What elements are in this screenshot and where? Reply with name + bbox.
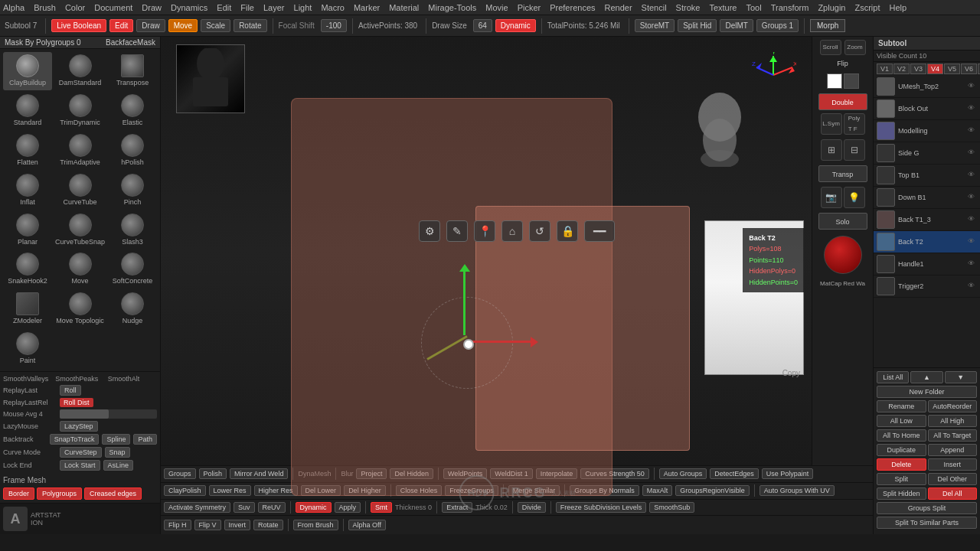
flip-h-btn[interactable]: Flip H bbox=[164, 520, 191, 530]
alpha-off-btn[interactable]: Alpha Off bbox=[348, 520, 386, 530]
new-folder-btn[interactable]: New Folder bbox=[877, 386, 977, 398]
menu-file[interactable]: File bbox=[240, 3, 254, 12]
menu-alpha[interactable]: Alpha bbox=[3, 3, 24, 12]
white-swatch[interactable] bbox=[827, 73, 842, 89]
apply-btn[interactable]: Apply bbox=[335, 502, 361, 513]
focal-shift-value[interactable]: -100 bbox=[321, 19, 347, 32]
polish-tab[interactable]: Polish bbox=[199, 468, 227, 479]
menu-stencil[interactable]: Stencil bbox=[642, 3, 667, 12]
polygroups-btn[interactable]: Polygroups bbox=[37, 487, 82, 500]
v5-btn[interactable]: V5 bbox=[944, 64, 960, 74]
draw-size-value[interactable]: 64 bbox=[473, 19, 492, 32]
lsym-btn[interactable]: L.Sym bbox=[821, 113, 842, 135]
subtool-back-t1-3[interactable]: Back T1_3 👁 bbox=[874, 209, 980, 231]
del-mt-btn[interactable]: DelMT bbox=[720, 19, 753, 32]
brush-paint[interactable]: Paint bbox=[3, 330, 52, 368]
pin-gizmo-icon[interactable]: 📍 bbox=[474, 220, 495, 242]
morph-btn[interactable]: Morph bbox=[810, 19, 845, 32]
menu-marker[interactable]: Marker bbox=[354, 3, 380, 12]
menu-preferences[interactable]: Preferences bbox=[550, 3, 595, 12]
brush-softconcrete[interactable]: SoftConcrete bbox=[108, 250, 157, 289]
snap-btn[interactable]: Snap bbox=[105, 447, 130, 458]
rotate-btn[interactable]: Rotate bbox=[234, 19, 266, 32]
split-to-parts-btn[interactable]: Split To Similar Parts bbox=[877, 517, 977, 529]
insert-btn[interactable]: Insert bbox=[928, 458, 978, 471]
subtool-down-b1[interactable]: Down B1 👁 bbox=[874, 187, 980, 209]
undo-gizmo-icon[interactable]: ↺ bbox=[529, 220, 550, 242]
brush-move[interactable]: Move bbox=[54, 250, 106, 289]
spline-btn[interactable]: Spline bbox=[102, 434, 130, 445]
menu-document[interactable]: Document bbox=[94, 3, 132, 12]
del-all-btn[interactable]: Del All bbox=[928, 487, 978, 500]
subtool-back-t2[interactable]: Back T2 👁 bbox=[874, 231, 980, 253]
menu-picker[interactable]: Picker bbox=[518, 3, 541, 12]
split-hidden-btn[interactable]: Split Hidden bbox=[877, 487, 926, 500]
asline-btn[interactable]: AsLine bbox=[103, 460, 134, 471]
eye-sideg[interactable]: 👁 bbox=[968, 148, 977, 158]
lock-start-btn[interactable]: Lock Start bbox=[60, 460, 100, 471]
backface-mask-label[interactable]: BackfaceMask bbox=[106, 38, 155, 47]
roll-dist-btn[interactable]: Roll Dist bbox=[60, 398, 93, 407]
menu-edit[interactable]: Edit bbox=[217, 3, 231, 12]
scale-btn[interactable]: Scale bbox=[201, 19, 230, 32]
mirror-weld-tab[interactable]: Mirror And Weld bbox=[230, 468, 288, 479]
matcap-sphere[interactable] bbox=[824, 236, 862, 274]
transp-btn[interactable]: Transp bbox=[818, 165, 867, 182]
menu-tool[interactable]: Tool bbox=[746, 3, 761, 12]
live-boolean-btn[interactable]: Live Boolean bbox=[51, 19, 106, 32]
all-low-btn[interactable]: All Low bbox=[877, 415, 926, 427]
brush-nudge[interactable]: Nudge bbox=[108, 290, 157, 328]
dynamic-btn[interactable]: Dynamic bbox=[495, 19, 536, 32]
lazy-step-btn[interactable]: LazyStep bbox=[60, 421, 98, 432]
brush-claybuildup[interactable]: ClayBuildup bbox=[3, 52, 52, 90]
maxalt-btn[interactable]: MaxAlt bbox=[642, 485, 673, 496]
dynamic-subdiv-btn[interactable]: Dynamic bbox=[296, 502, 332, 513]
edit-gizmo-icon[interactable]: ✎ bbox=[446, 220, 468, 242]
creased-btn[interactable]: Creased edges bbox=[84, 487, 142, 500]
menu-zscript[interactable]: Zscript bbox=[854, 3, 880, 12]
subtool-top-b1[interactable]: Top B1 👁 bbox=[874, 165, 980, 187]
smt-btn[interactable]: Smt bbox=[371, 502, 392, 513]
invert-btn[interactable]: Invert bbox=[224, 520, 251, 530]
subtool-trigger2[interactable]: Trigger2 👁 bbox=[874, 276, 980, 298]
all-high-btn[interactable]: All High bbox=[928, 415, 978, 427]
extract-btn[interactable]: Extract bbox=[442, 502, 472, 513]
detect-edges-btn[interactable]: DetectEdges bbox=[710, 468, 759, 479]
groups-tab[interactable]: Groups bbox=[164, 468, 196, 479]
eye-blockout[interactable]: 👁 bbox=[968, 104, 977, 113]
brush-slash3[interactable]: Slash3 bbox=[108, 211, 157, 249]
menu-stroke[interactable]: Stroke bbox=[676, 3, 701, 12]
menu-zplugin[interactable]: Zplugin bbox=[818, 3, 845, 12]
divide-btn[interactable]: Divide bbox=[518, 502, 546, 513]
light-icon[interactable]: 💡 bbox=[844, 187, 865, 208]
suv-btn[interactable]: Suv bbox=[234, 502, 255, 513]
split-hid-btn[interactable]: Split Hid bbox=[678, 19, 717, 32]
lock-gizmo-icon[interactable]: 🔒 bbox=[557, 220, 578, 242]
menu-layer[interactable]: Layer bbox=[263, 3, 285, 12]
activate-symmetry-btn[interactable]: Activate Symmetry bbox=[164, 502, 230, 513]
store-mt-btn[interactable]: StoreMT bbox=[635, 19, 675, 32]
menu-brush[interactable]: Brush bbox=[34, 3, 56, 12]
menu-transform[interactable]: Transform bbox=[771, 3, 809, 12]
grid2-icon[interactable]: ⊟ bbox=[844, 139, 865, 161]
brush-transpose[interactable]: Transpose bbox=[108, 52, 157, 90]
brush-hpolish[interactable]: hPolish bbox=[108, 132, 157, 170]
all-to-target-btn[interactable]: All To Target bbox=[928, 429, 978, 442]
brush-curvetubesnap[interactable]: CurveTubeSnap bbox=[54, 211, 106, 249]
menu-color[interactable]: Color bbox=[65, 3, 85, 12]
auto-groups-btn[interactable]: Auto Groups bbox=[659, 468, 707, 479]
menu-light[interactable]: Light bbox=[294, 3, 312, 12]
from-brush-btn[interactable]: From Brush bbox=[293, 520, 338, 530]
double-btn[interactable]: Double bbox=[818, 93, 867, 110]
path-btn[interactable]: Path bbox=[133, 434, 157, 445]
flip-v-btn[interactable]: Flip V bbox=[194, 520, 221, 530]
curve-step-btn[interactable]: CurveStep bbox=[60, 447, 102, 458]
eye-modelling[interactable]: 👁 bbox=[968, 126, 977, 135]
auto-reorder-btn[interactable]: AutoReorder bbox=[928, 400, 978, 412]
smooth-sub-btn[interactable]: SmoothSub bbox=[649, 502, 694, 513]
auto-groups-uv-btn[interactable]: Auto Groups With UV bbox=[760, 485, 835, 496]
del-other-btn[interactable]: Del Other bbox=[928, 473, 978, 485]
canvas-3d[interactable]: X Y Z ⚙ ✎ bbox=[161, 37, 873, 465]
subtool-side-g[interactable]: Side G 👁 bbox=[874, 142, 980, 165]
rename-btn[interactable]: Rename bbox=[877, 400, 926, 412]
